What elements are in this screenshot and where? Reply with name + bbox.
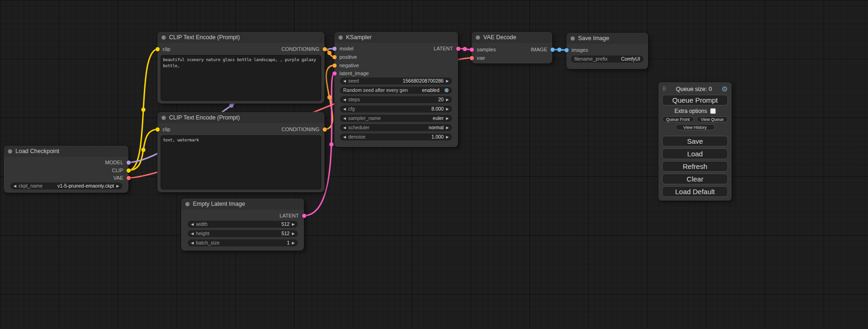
output-label-conditioning: CONDITIONING xyxy=(282,46,319,52)
increment-arrow-icon[interactable]: ▶ xyxy=(292,221,295,228)
model-output-port[interactable] xyxy=(127,161,131,165)
decrement-arrow-icon[interactable]: ◀ xyxy=(191,221,194,228)
extra-options-checkbox[interactable] xyxy=(710,108,716,114)
node-title-bar[interactable]: Load Checkpoint xyxy=(4,146,128,157)
decrement-arrow-icon[interactable]: ◀ xyxy=(343,133,346,140)
batch-size-widget[interactable]: ◀ batch_size 1 ▶ xyxy=(188,239,298,246)
collapse-dot-icon[interactable] xyxy=(339,35,343,40)
node-clip-text-encode-positive[interactable]: CLIP Text Encode (Prompt) clip CONDITION… xyxy=(157,32,325,104)
decrement-arrow-icon[interactable]: ◀ xyxy=(14,182,16,189)
decrement-arrow-icon[interactable]: ◀ xyxy=(343,105,346,112)
increment-arrow-icon[interactable]: ▶ xyxy=(446,96,449,103)
increment-arrow-icon[interactable]: ▶ xyxy=(446,105,449,112)
increment-arrow-icon[interactable]: ▶ xyxy=(292,239,295,246)
link-dot xyxy=(141,148,146,152)
node-vae-decode[interactable]: VAE Decode samples vae IMAGE xyxy=(472,32,552,63)
increment-arrow-icon[interactable]: ▶ xyxy=(292,230,295,237)
clear-button[interactable]: Clear xyxy=(662,174,728,184)
vae-output-port[interactable] xyxy=(127,176,131,180)
queue-prompt-button[interactable]: Queue Prompt xyxy=(662,95,728,105)
output-label-latent: LATENT xyxy=(280,212,299,219)
node-title-bar[interactable]: CLIP Text Encode (Prompt) xyxy=(157,112,325,123)
conditioning-output-port[interactable] xyxy=(323,127,327,132)
decrement-arrow-icon[interactable]: ◀ xyxy=(343,115,346,122)
save-button[interactable]: Save xyxy=(662,136,728,147)
link-dot xyxy=(463,47,467,51)
sampler-name-widget[interactable]: ◀ sampler_name euler ▶ xyxy=(340,115,452,122)
node-title: KSampler xyxy=(346,34,372,41)
settings-gear-icon[interactable]: ⚙ xyxy=(722,85,728,92)
latent-output-port[interactable] xyxy=(302,214,306,218)
decrement-arrow-icon[interactable]: ◀ xyxy=(191,230,194,237)
clip-input-port[interactable] xyxy=(155,127,160,132)
images-input-port[interactable] xyxy=(565,48,569,52)
node-load-checkpoint[interactable]: Load Checkpoint MODEL CLIP VAE ◀ ckpt_na… xyxy=(4,146,128,193)
collapse-dot-icon[interactable] xyxy=(162,35,166,40)
ckpt-name-widget[interactable]: ◀ ckpt_name v1-5-pruned-emaonly.ckpt ▶ xyxy=(10,182,122,189)
random-seed-toggle-widget[interactable]: Random seed after every gen enabled xyxy=(340,87,452,94)
widget-label: steps xyxy=(348,96,360,103)
collapse-dot-icon[interactable] xyxy=(162,116,166,120)
widget-label: batch_size xyxy=(196,239,219,246)
node-title-bar[interactable]: CLIP Text Encode (Prompt) xyxy=(157,32,325,43)
extra-options-label: Extra options xyxy=(674,108,707,114)
vae-input-port[interactable] xyxy=(470,56,474,60)
refresh-button[interactable]: Refresh xyxy=(662,161,728,172)
node-title-bar[interactable]: Empty Latent Image xyxy=(181,198,304,210)
height-widget[interactable]: ◀ height 512 ▶ xyxy=(188,230,298,237)
seed-widget[interactable]: ◀ seed 156680208700286 ▶ xyxy=(340,77,452,84)
scheduler-widget[interactable]: ◀ scheduler normal ▶ xyxy=(340,124,452,131)
denoise-widget[interactable]: ◀ denoise 1.000 ▶ xyxy=(340,133,452,140)
decrement-arrow-icon[interactable]: ◀ xyxy=(191,239,194,246)
cfg-widget[interactable]: ◀ cfg 8.000 ▶ xyxy=(340,105,452,112)
view-history-button[interactable]: View History xyxy=(676,124,715,130)
node-title-bar[interactable]: VAE Decode xyxy=(472,32,552,43)
widget-value: 512 xyxy=(282,221,290,228)
decrement-arrow-icon[interactable]: ◀ xyxy=(343,124,346,131)
increment-arrow-icon[interactable]: ▶ xyxy=(446,133,449,140)
node-empty-latent-image[interactable]: Empty Latent Image LATENT ◀ width 512 ▶ … xyxy=(181,198,304,251)
widget-label: sampler_name xyxy=(348,115,381,122)
steps-widget[interactable]: ◀ steps 20 ▶ xyxy=(340,96,452,103)
decrement-arrow-icon[interactable]: ◀ xyxy=(343,77,346,84)
prompt-textarea[interactable]: beautiful scenery nature glass bottle la… xyxy=(161,55,321,101)
clip-output-port[interactable] xyxy=(127,168,131,173)
load-default-button[interactable]: Load Default xyxy=(662,186,728,197)
filename-prefix-widget[interactable]: filename_prefix ComfyUI xyxy=(571,56,643,63)
model-input-port[interactable] xyxy=(332,47,337,51)
clip-input-port[interactable] xyxy=(155,47,160,51)
prompt-textarea[interactable]: text, watermark xyxy=(161,135,321,189)
negative-input-port[interactable] xyxy=(332,63,337,68)
collapse-dot-icon[interactable] xyxy=(476,35,480,40)
widget-label: width xyxy=(196,221,208,228)
link-dot xyxy=(327,95,332,99)
collapse-dot-icon[interactable] xyxy=(571,36,575,41)
node-save-image[interactable]: Save Image images filename_prefix ComfyU… xyxy=(566,33,648,69)
output-label-vae: VAE xyxy=(113,175,123,181)
drag-handle-icon[interactable]: ⠿ xyxy=(662,86,666,92)
node-title-bar[interactable]: Save Image xyxy=(566,33,648,44)
decrement-arrow-icon[interactable]: ◀ xyxy=(343,96,346,103)
load-button[interactable]: Load xyxy=(662,148,728,159)
latent-output-port[interactable] xyxy=(456,47,460,51)
increment-arrow-icon[interactable]: ▶ xyxy=(446,115,449,122)
collapse-dot-icon[interactable] xyxy=(185,202,190,206)
input-label-positive: positive xyxy=(339,54,357,60)
node-ksampler[interactable]: KSampler model positive negative latent_… xyxy=(334,32,458,147)
image-output-port[interactable] xyxy=(550,48,555,52)
conditioning-output-port[interactable] xyxy=(323,47,327,51)
node-clip-text-encode-negative[interactable]: CLIP Text Encode (Prompt) clip CONDITION… xyxy=(157,112,325,192)
node-title-bar[interactable]: KSampler xyxy=(334,32,458,43)
view-queue-button[interactable]: View Queue xyxy=(697,116,728,122)
positive-input-port[interactable] xyxy=(332,55,337,59)
increment-arrow-icon[interactable]: ▶ xyxy=(446,124,449,131)
increment-arrow-icon[interactable]: ▶ xyxy=(446,77,449,84)
widget-label: height xyxy=(196,230,210,237)
toggle-dot-icon[interactable] xyxy=(445,88,449,92)
queue-front-button[interactable]: Queue Front xyxy=(662,116,694,122)
width-widget[interactable]: ◀ width 512 ▶ xyxy=(188,221,298,228)
collapse-dot-icon[interactable] xyxy=(8,149,12,154)
latent-image-input-port[interactable] xyxy=(332,71,337,76)
increment-arrow-icon[interactable]: ▶ xyxy=(116,182,119,189)
samples-input-port[interactable] xyxy=(470,48,474,52)
